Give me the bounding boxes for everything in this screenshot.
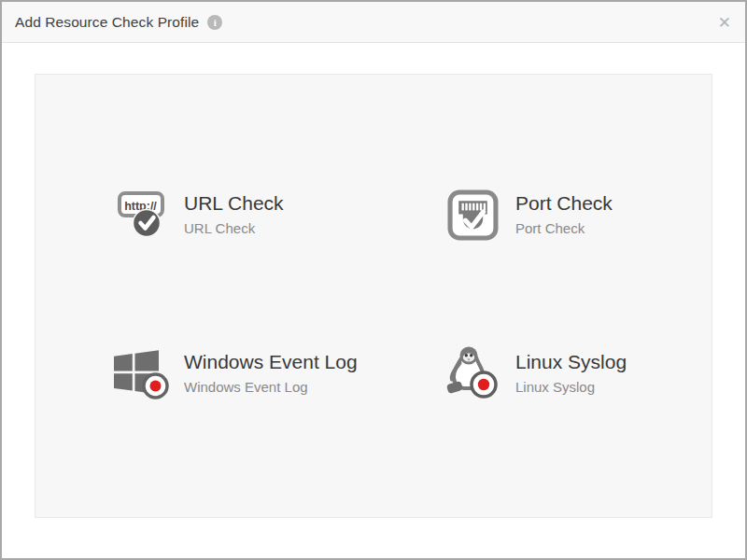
dialog-body: http:// URL Check URL Check [2, 43, 745, 558]
options-panel: http:// URL Check URL Check [35, 74, 712, 518]
option-text: Linux Syslog Linux Syslog [515, 351, 627, 396]
option-port-check[interactable]: Port Check Port Check [444, 188, 712, 242]
dialog-title: Add Resource Check Profile [15, 14, 199, 31]
info-icon[interactable]: i [207, 15, 222, 30]
option-subtitle: Linux Syslog [515, 380, 627, 396]
option-windows-event-log[interactable]: Windows Event Log Windows Event Log [112, 346, 444, 400]
option-text: Windows Event Log Windows Event Log [184, 351, 358, 396]
option-title: URL Check [184, 192, 284, 214]
option-text: Port Check Port Check [515, 192, 613, 237]
option-subtitle: Port Check [515, 221, 613, 237]
option-title: Linux Syslog [515, 351, 627, 372]
dialog-header: Add Resource Check Profile i ✕ [2, 2, 745, 43]
option-subtitle: Windows Event Log [184, 380, 358, 396]
option-title: Windows Event Log [184, 351, 358, 372]
windows-event-log-icon [112, 346, 170, 400]
option-text: URL Check URL Check [184, 192, 284, 237]
url-check-icon: http:// [112, 188, 170, 242]
port-check-icon [444, 188, 501, 242]
options-grid: http:// URL Check URL Check [112, 188, 712, 400]
option-title: Port Check [515, 192, 613, 214]
option-subtitle: URL Check [184, 221, 284, 237]
dialog-window: Add Resource Check Profile i ✕ http:// [0, 0, 747, 560]
linux-syslog-icon [444, 346, 501, 400]
close-icon[interactable]: ✕ [718, 14, 731, 30]
option-url-check[interactable]: http:// URL Check URL Check [112, 188, 444, 242]
option-linux-syslog[interactable]: Linux Syslog Linux Syslog [444, 346, 712, 400]
